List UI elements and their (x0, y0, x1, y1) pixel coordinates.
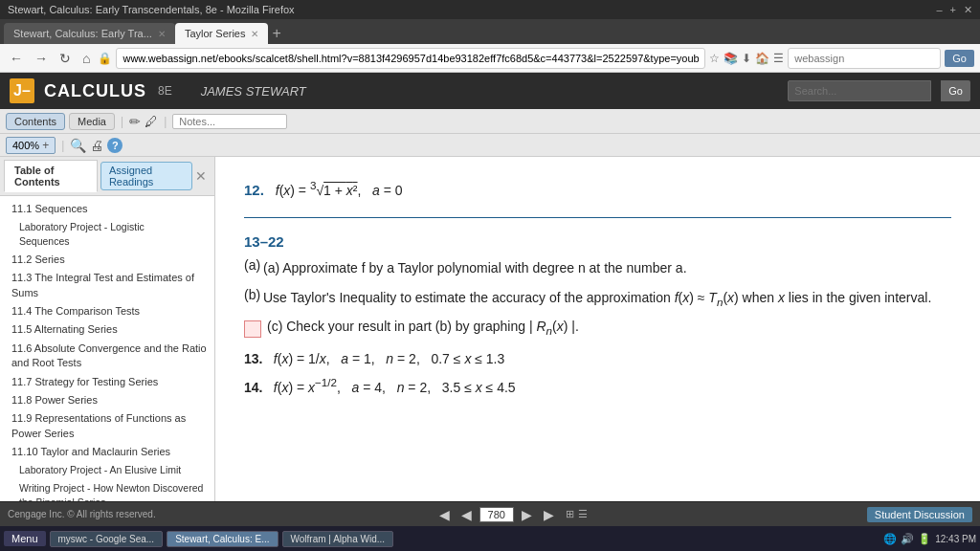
notes-input[interactable] (172, 114, 287, 129)
title-bar-left: Stewart, Calculus: Early Transcendentals… (8, 4, 295, 15)
discussion-button[interactable]: Student Discussion (867, 507, 972, 522)
nav-back-button[interactable]: ◀ (457, 507, 476, 522)
problem-13: 13. f(x) = 1/x, a = 1, n = 2, 0.7 ≤ x ≤ … (244, 351, 951, 366)
part-b-text: Use Taylor's Inequality to estimate the … (263, 287, 931, 311)
tab-bar: Stewart, Calculus: Early Tra... ✕ Taylor… (0, 19, 980, 44)
tab-taylor-label: Taylor Series (185, 28, 246, 39)
tab-calculus[interactable]: Stewart, Calculus: Early Tra... ✕ (4, 23, 175, 44)
toolbar-sep2: | (164, 115, 167, 128)
star-icon[interactable]: ☆ (709, 52, 720, 65)
image-placeholder-icon (244, 320, 261, 338)
toc-item-11-9[interactable]: 11.9 Representations of Functions as Pow… (4, 409, 211, 443)
nav-next-button[interactable]: ▶ (540, 507, 558, 522)
browser-search-input[interactable] (788, 48, 941, 69)
app-edition: 8E (158, 84, 172, 98)
toc-section: 11.1 Sequences Laboratory Project - Logi… (4, 200, 211, 501)
media-button[interactable]: Media (69, 113, 115, 130)
toc-item-11-7[interactable]: 11.7 Strategy for Testing Series (4, 373, 211, 391)
app-go-button[interactable]: Go (941, 80, 970, 101)
bookmark-icon[interactable]: 📚 (724, 52, 738, 65)
problem-12-num: 12. (244, 182, 264, 198)
sidebar-close-button[interactable]: ✕ (195, 168, 207, 184)
problem-14-formula: f(x) = x−1/2, a = 4, n = 2, 3.5 ≤ x ≤ 4.… (274, 380, 516, 395)
toc-item-lab-elusive[interactable]: Laboratory Project - An Elusive Limit (4, 461, 211, 479)
toc-item-writing-newton[interactable]: Writing Project - How Newton Discovered … (4, 479, 211, 501)
minimize-button[interactable]: – (936, 4, 942, 16)
nav-controls: ◀ ◀ ▶ ▶ ⊞ ☰ (435, 507, 588, 522)
content-area: 12. f(x) = 3√1 + x², a = 0 13–22 (a) (a)… (215, 157, 980, 501)
help-icon[interactable]: ? (107, 138, 122, 153)
page-number-input[interactable] (479, 507, 514, 522)
toolbar-sep1: | (121, 115, 123, 128)
notes-bar: 400% + | 🔍 🖨 ? (0, 134, 980, 157)
volume-icon: 🔊 (901, 533, 914, 545)
search-icon[interactable]: 🔍 (70, 138, 86, 153)
sidebar: Table of Contents Assigned Readings ✕ 11… (0, 157, 215, 501)
forward-button[interactable]: → (31, 49, 52, 68)
menu-icon[interactable]: ☰ (773, 52, 784, 65)
problem-12-formula: f (276, 183, 279, 198)
page-grid-icon[interactable]: ⊞ (566, 508, 574, 520)
section-divider (244, 217, 951, 218)
app-author: JAMES STEWART (201, 84, 306, 99)
toc-item-11-2[interactable]: 11.2 Series (4, 251, 211, 269)
toc-item-11-1[interactable]: 11.1 Sequences (4, 200, 211, 218)
home-icon2[interactable]: 🏠 (755, 52, 769, 65)
taskbar: Menu myswc - Google Sea... Stewart, Calc… (0, 526, 980, 551)
home-button[interactable]: ⌂ (78, 49, 94, 68)
print-icon[interactable]: 🖨 (90, 138, 103, 153)
browser-go-button[interactable]: Go (945, 50, 974, 67)
nav-prev-button[interactable]: ◀ (435, 507, 454, 522)
toc-tab[interactable]: Table of Contents (4, 160, 98, 192)
zoom-control: 400% + (6, 137, 56, 154)
taskbar-item-myswc[interactable]: myswc - Google Sea... (50, 531, 164, 547)
close-button[interactable]: ✕ (964, 4, 972, 16)
logo-icon: J– (10, 78, 34, 103)
contents-button[interactable]: Contents (6, 113, 65, 130)
tab-taylor[interactable]: Taylor Series ✕ (175, 23, 269, 44)
taskbar-item-wolfram[interactable]: Wolfram | Alpha Wid... (282, 531, 394, 547)
tab-calculus-close[interactable]: ✕ (158, 29, 166, 39)
taskbar-time: 12:43 PM (935, 534, 976, 544)
part-a-label: (a) (244, 257, 263, 273)
part-c: (c) Check your result in part (b) by gra… (244, 319, 951, 338)
zoom-sep: | (61, 139, 64, 152)
back-button[interactable]: ← (6, 49, 27, 68)
part-b-label: (b) (244, 287, 263, 302)
toc-item-11-4[interactable]: 11.4 The Comparison Tests (4, 302, 211, 320)
app-title: CALCULUS (44, 81, 146, 101)
new-tab-button[interactable]: + (272, 23, 280, 44)
bottom-right: Student Discussion (867, 507, 972, 522)
page-list-icon[interactable]: ☰ (578, 508, 588, 520)
reload-button[interactable]: ↻ (56, 49, 75, 68)
window-controls[interactable]: – + ✕ (936, 4, 972, 16)
nav-forward-button[interactable]: ▶ (518, 507, 536, 522)
lock-icon: 🔒 (98, 52, 112, 65)
toc-item-11-5[interactable]: 11.5 Alternating Series (4, 320, 211, 339)
toc-item-11-6[interactable]: 11.6 Absolute Convergence and the Ratio … (4, 340, 211, 373)
taskbar-item-calculus[interactable]: Stewart, Calculus: E... (167, 531, 278, 547)
highlight-icon[interactable]: 🖊 (145, 114, 158, 129)
sidebar-content: 11.1 Sequences Laboratory Project - Logi… (0, 196, 214, 501)
download-icon[interactable]: ⬇ (742, 52, 751, 65)
toc-item-11-3[interactable]: 11.3 The Integral Test and Estimates of … (4, 269, 211, 302)
taskbar-icons: 🌐 🔊 🔋 (883, 533, 931, 545)
zoom-in-button[interactable]: + (42, 139, 49, 152)
address-bar: ← → ↻ ⌂ 🔒 ☆ 📚 ⬇ 🏠 ☰ Go (0, 44, 980, 73)
assigned-tab[interactable]: Assigned Readings (100, 162, 192, 190)
app-logo: J– (10, 78, 34, 103)
start-button[interactable]: Menu (4, 531, 46, 546)
url-input[interactable] (116, 48, 705, 69)
maximize-button[interactable]: + (950, 4, 956, 16)
zoom-value: 400% (12, 140, 39, 151)
tab-taylor-close[interactable]: ✕ (251, 29, 258, 39)
toc-item-lab-logistic[interactable]: Laboratory Project - LogisticSequences (4, 218, 211, 250)
toc-item-11-10[interactable]: 11.10 Taylor and Maclaurin Series (4, 443, 211, 461)
toc-item-11-8[interactable]: 11.8 Power Series (4, 391, 211, 409)
cengage-copyright: Cengage Inc. © All rights reserved. (8, 509, 156, 519)
pen-icon[interactable]: ✏ (129, 114, 141, 129)
tab-calculus-label: Stewart, Calculus: Early Tra... (13, 28, 152, 39)
battery-icon: 🔋 (918, 533, 931, 545)
app-search-input[interactable] (788, 80, 931, 101)
section-header: 13–22 (244, 233, 951, 250)
